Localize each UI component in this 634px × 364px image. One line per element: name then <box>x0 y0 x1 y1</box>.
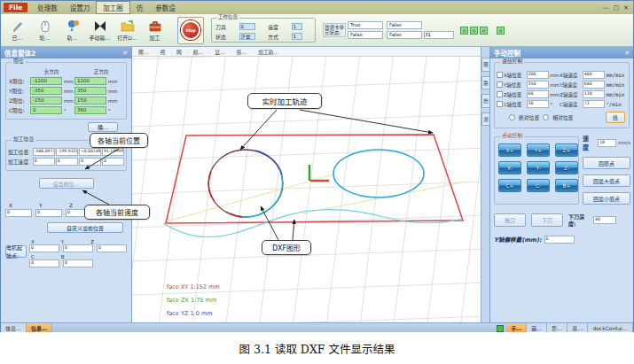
process-speed-c-field[interactable]: 0 <box>102 158 124 166</box>
tool-button-manual-input[interactable]: 手动输… <box>86 15 113 45</box>
knife-up-button[interactable]: 抬刀 <box>494 213 526 227</box>
x-position-field[interactable]: 200 <box>527 71 550 79</box>
led[interactable]: 0 <box>470 27 478 35</box>
led[interactable]: 0 <box>497 27 505 35</box>
z-limit-neg-field[interactable]: -150 <box>30 97 62 105</box>
process-pos-y-field[interactable]: -199.9324 <box>56 148 78 156</box>
speed-value-field[interactable]: 1 <box>292 23 302 30</box>
led[interactable]: 0 <box>480 27 488 35</box>
confirm-button[interactable]: 确… <box>88 122 118 132</box>
led[interactable]: 0 <box>460 27 468 35</box>
panel-close-icon[interactable]: ✕ <box>122 50 128 57</box>
dock-tab[interactable]: 测 <box>481 112 489 127</box>
process-pos-z-field[interactable]: +0.001499 <box>79 148 101 156</box>
view-option[interactable]: 颜… <box>184 48 206 56</box>
tool-button-contour[interactable]: 轮… <box>31 15 59 45</box>
x-limit-neg-field[interactable]: -1200 <box>30 77 62 85</box>
menu-simulation[interactable]: 仿 <box>130 2 150 13</box>
jog-c-plus-button[interactable]: C+ <box>498 179 521 192</box>
go-min-button[interactable]: 回最小值点 <box>583 192 630 205</box>
stop-button[interactable]: Stop <box>177 17 204 44</box>
z-enable-checkbox[interactable] <box>497 91 503 97</box>
jog-x-plus-button[interactable]: X+ <box>498 143 521 157</box>
motor-start-button[interactable]: 电机起始点: <box>5 245 27 258</box>
x-limit-pos-field[interactable]: 1200 <box>74 77 106 85</box>
motor-b-field[interactable]: 0 <box>63 259 93 267</box>
jog-c-minus-button[interactable]: C- <box>527 179 550 192</box>
y-limit-pos-field[interactable]: 350 <box>74 87 106 95</box>
tool-value-field[interactable]: 0 <box>239 23 255 30</box>
y-offset-field[interactable]: 0 <box>544 236 575 244</box>
process-pos-c-field[interactable]: 91.199997 <box>102 148 124 156</box>
monitor-field[interactable]: True <box>348 21 383 29</box>
monitor-field[interactable]: False <box>387 21 422 29</box>
menu-tool-setup[interactable]: 设置刀 <box>64 2 97 13</box>
jog-z-plus-button[interactable]: Z+ <box>555 143 578 157</box>
x-speed-field[interactable]: 400 <box>583 71 606 79</box>
y-position-field[interactable]: 350 <box>527 81 550 89</box>
axis-z-field[interactable]: 0 <box>66 209 92 217</box>
dock-tab[interactable]: 抬 <box>481 94 489 108</box>
process-speed-x-field[interactable]: 0 <box>33 158 55 166</box>
axis-c-field[interactable]: 0 <box>96 209 122 217</box>
knife-down-button[interactable]: 下刀 <box>531 213 563 227</box>
feed-go-button[interactable]: 给 <box>606 112 625 123</box>
monitor-field[interactable]: False <box>387 31 422 39</box>
go-home-button[interactable]: 回原点 <box>583 157 630 169</box>
view-option[interactable]: 投… <box>228 48 249 56</box>
z-speed-field[interactable]: 120 <box>583 90 606 98</box>
menu-machining-view[interactable]: 加工图 <box>96 1 130 14</box>
panel-close-icon[interactable]: ✕ <box>624 50 630 57</box>
view-option[interactable]: 视 <box>152 48 168 56</box>
set-current-position-button[interactable]: 设当前位… <box>39 178 94 189</box>
close-button[interactable]: ✕ <box>623 4 629 12</box>
y-speed-field[interactable]: 640 <box>583 81 606 89</box>
motor-y-field[interactable]: 0 <box>63 244 93 252</box>
menu-file[interactable]: File <box>4 3 27 12</box>
y-limit-neg-field[interactable]: -350 <box>30 87 62 95</box>
maximize-button[interactable]: □ <box>614 4 620 12</box>
tool-button-track[interactable]: 轨… <box>59 15 86 45</box>
c-enable-checkbox[interactable] <box>497 101 503 107</box>
jog-y-minus-button[interactable]: Y- <box>527 161 550 174</box>
machining-canvas[interactable]: 图… 视 网 颜… 显… 投… 加工轨… <box>132 47 481 322</box>
y-enable-checkbox[interactable] <box>497 81 503 88</box>
jog-y-plus-button[interactable]: Y+ <box>527 143 550 157</box>
c-position-field[interactable]: 30 <box>527 100 550 108</box>
process-speed-y-field[interactable]: 0 <box>56 158 78 166</box>
dock-tab[interactable]: 路 <box>481 76 489 90</box>
motor-z-field[interactable]: 0 <box>97 244 127 252</box>
menu-parameters[interactable]: 参数设 <box>149 2 182 13</box>
c-limit-neg-field[interactable]: 0 <box>30 106 62 114</box>
z-position-field[interactable]: 60 <box>527 90 550 98</box>
view-option[interactable]: 图… <box>136 48 152 56</box>
view-option[interactable]: 显… <box>206 48 227 56</box>
absolute-position-radio[interactable] <box>509 114 515 120</box>
motor-c-field[interactable]: 0 <box>29 259 59 267</box>
jog-b-plus-button[interactable]: B+ <box>555 179 578 192</box>
status-value-field[interactable]: 正常 <box>239 33 255 40</box>
c-limit-pos-field[interactable]: 360 <box>74 106 106 114</box>
monitor-field[interactable]: False <box>348 31 383 39</box>
jog-z-minus-button[interactable]: Z- <box>555 161 578 174</box>
relative-position-radio[interactable] <box>543 114 549 120</box>
motor-x-field[interactable]: 0 <box>29 244 59 252</box>
tool-button-open-dxf[interactable]: 打开D… <box>113 15 141 45</box>
process-pos-x-field[interactable]: -566.0973 <box>33 148 55 156</box>
depth-field[interactable]: 40 <box>593 216 616 224</box>
axis-y-field[interactable]: 0 <box>35 209 62 217</box>
dock-tab[interactable]: 图 <box>481 58 489 72</box>
mode-value-field[interactable]: 1 <box>292 33 302 40</box>
go-max-button[interactable]: 回最大值点 <box>583 174 630 187</box>
axis-x-field[interactable]: 0 <box>5 209 32 217</box>
monitor-field-31[interactable]: 31 <box>424 31 454 39</box>
menu-process-params[interactable]: 处理数 <box>31 2 64 13</box>
z-limit-pos-field[interactable]: 150 <box>74 97 106 105</box>
x-enable-checkbox[interactable] <box>497 72 503 78</box>
view-option[interactable]: 加工轨… <box>249 48 281 56</box>
custom-position-button[interactable]: 自定义当前位置 <box>47 222 123 233</box>
c-speed-field[interactable]: 72 <box>583 100 606 108</box>
tool-button-machine[interactable]: 加工 <box>141 15 168 45</box>
jog-speed-field[interactable]: 18 <box>598 139 616 147</box>
tool-button-import[interactable]: 已… <box>4 15 31 45</box>
